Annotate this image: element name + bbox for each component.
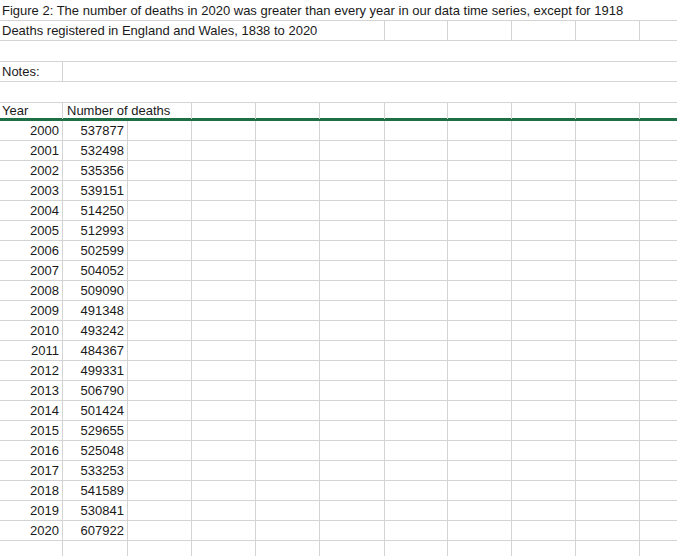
empty-cell[interactable] xyxy=(576,121,640,140)
empty-cell[interactable] xyxy=(640,401,677,420)
empty-cell[interactable] xyxy=(448,401,512,420)
empty-cell[interactable] xyxy=(448,461,512,480)
empty-cell[interactable] xyxy=(640,321,677,340)
empty-cell[interactable] xyxy=(128,541,192,556)
empty-cell[interactable] xyxy=(192,421,256,440)
empty-cell[interactable] xyxy=(512,381,576,400)
year-cell[interactable]: 2013 xyxy=(0,381,63,400)
deaths-cell[interactable]: 499331 xyxy=(63,361,128,380)
empty-cell[interactable] xyxy=(128,521,192,540)
deaths-cell[interactable]: 539151 xyxy=(63,181,128,200)
empty-cell[interactable] xyxy=(640,121,677,140)
empty-cell[interactable] xyxy=(256,541,320,556)
empty-cell[interactable] xyxy=(512,301,576,320)
empty-cell[interactable] xyxy=(256,481,320,500)
empty-cell[interactable] xyxy=(320,201,385,220)
empty-cell[interactable] xyxy=(192,441,256,460)
empty-cell[interactable] xyxy=(640,181,677,200)
year-cell[interactable]: 2010 xyxy=(0,321,63,340)
year-cell[interactable]: 2005 xyxy=(0,221,63,240)
empty-cell[interactable] xyxy=(192,481,256,500)
year-cell[interactable]: 2017 xyxy=(0,461,63,480)
empty-cell[interactable] xyxy=(640,381,677,400)
empty-cell[interactable] xyxy=(128,241,192,260)
year-cell[interactable]: 2018 xyxy=(0,481,63,500)
empty-cell[interactable] xyxy=(576,261,640,280)
empty-cell[interactable] xyxy=(512,261,576,280)
empty-cell[interactable] xyxy=(192,301,256,320)
empty-cell[interactable] xyxy=(640,281,677,300)
empty-cell[interactable] xyxy=(256,361,320,380)
empty-cell[interactable] xyxy=(640,103,677,119)
deaths-cell[interactable]: 541589 xyxy=(63,481,128,500)
empty-cell[interactable] xyxy=(192,261,256,280)
deaths-cell[interactable]: 607922 xyxy=(63,521,128,540)
year-cell[interactable]: 2011 xyxy=(0,341,63,360)
empty-cell[interactable] xyxy=(448,381,512,400)
empty-cell[interactable] xyxy=(128,281,192,300)
empty-cell[interactable] xyxy=(385,141,448,160)
empty-cell[interactable] xyxy=(640,361,677,380)
empty-cell[interactable] xyxy=(192,141,256,160)
empty-cell[interactable] xyxy=(385,401,448,420)
empty-cell[interactable] xyxy=(128,141,192,160)
empty-cell[interactable] xyxy=(512,281,576,300)
deaths-cell[interactable]: 529655 xyxy=(63,421,128,440)
empty-cell[interactable] xyxy=(640,541,677,556)
empty-cell[interactable] xyxy=(385,421,448,440)
empty-cell[interactable] xyxy=(320,121,385,140)
empty-cell[interactable] xyxy=(256,281,320,300)
empty-cell[interactable] xyxy=(640,301,677,320)
empty-cell[interactable] xyxy=(320,241,385,260)
empty-cell[interactable] xyxy=(576,221,640,240)
empty-cell[interactable] xyxy=(512,541,576,556)
empty-cell[interactable] xyxy=(192,401,256,420)
empty-cell[interactable] xyxy=(640,261,677,280)
empty-cell[interactable] xyxy=(320,321,385,340)
year-cell[interactable]: 2000 xyxy=(0,121,63,140)
empty-cell[interactable] xyxy=(448,421,512,440)
figure-title-cell[interactable]: Figure 2: The number of deaths in 2020 w… xyxy=(0,0,677,20)
empty-cell[interactable] xyxy=(320,301,385,320)
empty-cell[interactable] xyxy=(448,541,512,556)
empty-cell[interactable] xyxy=(512,461,576,480)
empty-cell[interactable] xyxy=(192,541,256,556)
deaths-cell[interactable]: 493242 xyxy=(63,321,128,340)
empty-cell[interactable] xyxy=(128,441,192,460)
empty-cell[interactable] xyxy=(448,281,512,300)
empty-cell[interactable] xyxy=(320,541,385,556)
empty-cell[interactable] xyxy=(448,103,512,119)
empty-cell[interactable] xyxy=(320,341,385,360)
empty-cell[interactable] xyxy=(192,321,256,340)
empty-cell[interactable] xyxy=(128,401,192,420)
empty-cell[interactable] xyxy=(192,361,256,380)
empty-cell[interactable] xyxy=(576,141,640,160)
empty-cell[interactable] xyxy=(576,181,640,200)
empty-cell[interactable] xyxy=(192,521,256,540)
empty-cell[interactable] xyxy=(192,221,256,240)
empty-cell[interactable] xyxy=(448,221,512,240)
empty-cell[interactable] xyxy=(256,521,320,540)
empty-cell[interactable] xyxy=(256,341,320,360)
empty-cell[interactable] xyxy=(385,381,448,400)
empty-cell[interactable] xyxy=(385,301,448,320)
empty-cell[interactable] xyxy=(576,461,640,480)
empty-cell[interactable] xyxy=(128,121,192,140)
empty-cell[interactable] xyxy=(576,161,640,180)
empty-cell[interactable] xyxy=(448,441,512,460)
empty-cell[interactable] xyxy=(640,441,677,460)
empty-cell[interactable] xyxy=(640,21,677,40)
empty-cell[interactable] xyxy=(320,161,385,180)
empty-cell[interactable] xyxy=(320,421,385,440)
deaths-cell[interactable]: 506790 xyxy=(63,381,128,400)
empty-cell[interactable] xyxy=(256,261,320,280)
deaths-cell[interactable]: 501424 xyxy=(63,401,128,420)
empty-cell[interactable] xyxy=(128,361,192,380)
deaths-cell[interactable]: 532498 xyxy=(63,141,128,160)
year-cell[interactable]: 2008 xyxy=(0,281,63,300)
empty-cell[interactable] xyxy=(385,521,448,540)
deaths-cell[interactable]: 537877 xyxy=(63,121,128,140)
empty-cell[interactable] xyxy=(576,21,640,40)
empty-cell[interactable] xyxy=(320,461,385,480)
empty-cell[interactable] xyxy=(128,481,192,500)
